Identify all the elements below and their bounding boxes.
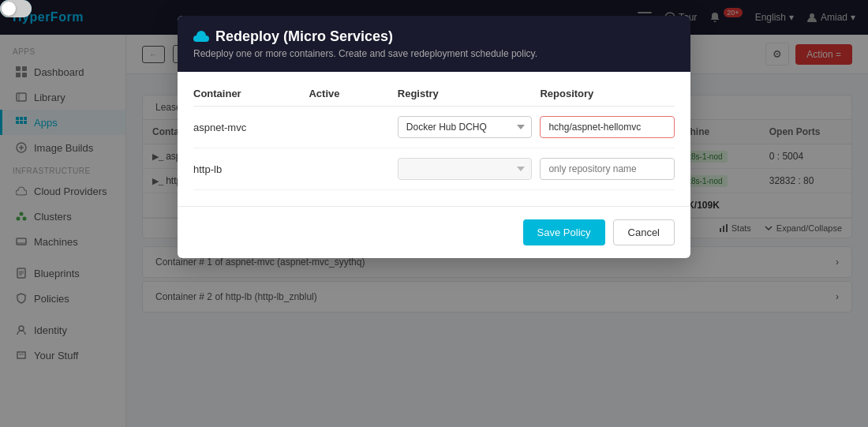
save-policy-button[interactable]: Save Policy [523,219,605,245]
col-header-repository: Repository [540,88,675,99]
repository-input-1[interactable] [540,116,675,138]
cancel-button[interactable]: Cancel [613,219,675,245]
modal-subtitle: Redeploy one or more containers. Create … [193,48,675,59]
col-header-registry: Registry [398,88,533,99]
modal-table-header: Container Active Registry Repository [193,88,675,107]
modal-title: Redeploy (Micro Services) [193,28,675,45]
cloud-icon [193,30,209,44]
modal-overlay: Redeploy (Micro Services) Redeploy one o… [0,0,868,427]
modal-footer: Save Policy Cancel [178,206,690,258]
container-name-2: http-lb [193,163,301,175]
modal-body: Container Active Registry Repository asp… [178,72,690,206]
col-header-active: Active [309,88,389,99]
modal-row-aspnet: aspnet-mvc Docker Hub DCHQ [193,107,675,148]
modal-header: Redeploy (Micro Services) Redeploy one o… [178,16,690,72]
registry-select-1[interactable]: Docker Hub DCHQ [398,116,533,138]
container-name-1: aspnet-mvc [193,122,301,133]
modal-row-httplb: http-lb [193,148,675,190]
registry-select-2[interactable] [398,158,533,180]
col-header-container: Container [193,88,301,99]
repository-input-2[interactable] [540,158,675,180]
redeploy-modal: Redeploy (Micro Services) Redeploy one o… [178,16,690,258]
